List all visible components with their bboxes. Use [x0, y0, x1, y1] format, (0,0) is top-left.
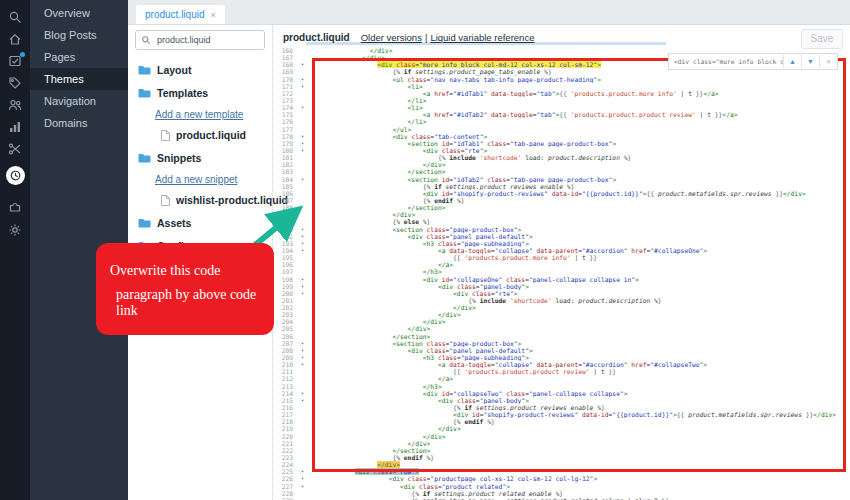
code-line[interactable]: 188 </section> — [273, 204, 850, 211]
code-line[interactable]: 182 </div> — [273, 161, 850, 168]
fold-arrow-icon[interactable]: ▾ — [296, 468, 309, 475]
sidebar-item-blog-posts[interactable]: Blog Posts — [30, 24, 128, 46]
find-next-icon[interactable]: ▼ — [801, 55, 819, 68]
code-line[interactable]: 193▾ <h3 class="page-subheading"> — [273, 240, 850, 247]
code-line[interactable]: 228 {% if settings.product_related_enabl… — [273, 490, 850, 497]
older-versions-link[interactable]: Older versions — [361, 32, 422, 43]
search-icon[interactable] — [0, 7, 30, 27]
fold-arrow-icon[interactable]: ▾ — [296, 226, 309, 233]
code-line[interactable]: 203 </div> — [273, 311, 850, 318]
code-area[interactable]: 166 </div>167 </div>168▾ <div class="mor… — [273, 47, 850, 500]
code-line[interactable]: 197 </h3> — [273, 268, 850, 275]
code-line[interactable]: 225▾ <div class="row"> — [273, 468, 850, 475]
fold-arrow-icon[interactable]: ▾ — [296, 140, 309, 147]
code-line[interactable]: 186 <div id="shopify-product-reviews" da… — [273, 190, 850, 197]
fold-arrow-icon[interactable]: ▾ — [296, 133, 309, 140]
tree-folder-snippets[interactable]: Snippets — [128, 146, 272, 169]
fold-arrow-icon[interactable]: ▾ — [296, 397, 309, 404]
code-line[interactable]: 201 {% include 'shortcode' load: product… — [273, 297, 850, 304]
code-line[interactable]: 227▾ <div class="product_related"> — [273, 483, 850, 490]
code-line[interactable]: 211 {{ 'products.product.product_review'… — [273, 368, 850, 375]
tree-link-add-a-new-snippet[interactable]: Add a new snippet — [128, 169, 272, 189]
home-icon[interactable] — [0, 29, 30, 49]
sidebar-item-themes[interactable]: Themes — [30, 68, 128, 90]
code-line[interactable]: 210▾ <a data-toggle="collapse" data-pare… — [273, 361, 850, 368]
code-line[interactable]: 214▾ <div id="collapseTwo" class="panel-… — [273, 390, 850, 397]
apps-icon[interactable] — [0, 196, 30, 216]
find-prev-icon[interactable]: ▲ — [783, 55, 801, 68]
fold-arrow-icon[interactable]: ▾ — [296, 240, 309, 247]
fold-arrow-icon[interactable]: ▾ — [296, 83, 309, 90]
code-line[interactable]: 177 </ul> — [273, 126, 850, 133]
liquid-reference-link[interactable]: Liquid variable reference — [430, 32, 534, 43]
fold-arrow-icon[interactable]: ▾ — [296, 61, 309, 68]
save-button[interactable]: Save — [801, 29, 843, 49]
code-line[interactable]: 190 {% else %} — [273, 218, 850, 225]
fold-arrow-icon[interactable]: ▾ — [296, 276, 309, 283]
settings-icon[interactable] — [0, 220, 30, 240]
code-line[interactable]: 184▾ <section id="idTab2" class="tab-pan… — [273, 176, 850, 183]
code-line[interactable]: 180▾ <div class="rte"> — [273, 147, 850, 154]
reports-icon[interactable] — [0, 117, 30, 137]
fold-arrow-icon[interactable]: ▾ — [296, 233, 309, 240]
fold-arrow-icon[interactable]: ▾ — [296, 340, 309, 347]
tab-product-liquid[interactable]: product.liquid× — [136, 5, 225, 24]
code-line[interactable]: 195 {{ 'products.product.more_info' | t … — [273, 254, 850, 261]
code-line[interactable]: 208▾ <div class="panel panel-default"> — [273, 347, 850, 354]
code-line[interactable]: 189 </div> — [273, 211, 850, 218]
code-line[interactable]: 187 {% endif %} — [273, 197, 850, 204]
sidebar-item-domains[interactable]: Domains — [30, 112, 128, 134]
sidebar-item-overview[interactable]: Overview — [30, 2, 128, 24]
code-line[interactable]: 215▾ <div class="panel-body"> — [273, 397, 850, 404]
find-query[interactable]: <div class="more_info_block col- — [669, 58, 783, 65]
fold-arrow-icon[interactable]: ▾ — [296, 176, 309, 183]
products-icon[interactable] — [0, 73, 30, 93]
fold-arrow-icon[interactable]: ▾ — [296, 390, 309, 397]
tree-folder-assets[interactable]: Assets — [128, 211, 272, 234]
code-line[interactable]: 178▾ <div class="tab-content"> — [273, 133, 850, 140]
code-line[interactable]: 174▾ <li> — [273, 104, 850, 111]
code-line[interactable]: 171▾ <li> — [273, 83, 850, 90]
fold-arrow-icon[interactable]: ▾ — [296, 347, 309, 354]
code-line[interactable]: 192▾ <div class="panel panel-default"> — [273, 233, 850, 240]
sidebar-item-navigation[interactable]: Navigation — [30, 90, 128, 112]
tree-folder-templates[interactable]: Templates — [128, 81, 272, 104]
code-line[interactable]: 206 </section> — [273, 333, 850, 340]
tab-close-icon[interactable]: × — [210, 10, 215, 20]
code-line[interactable]: 200▾ <div class="rte"> — [273, 290, 850, 297]
code-line[interactable]: 194▾ <a data-toggle="collapse" data-pare… — [273, 247, 850, 254]
file-search-box[interactable] — [135, 30, 265, 50]
code-line[interactable]: 176 </li> — [273, 118, 850, 125]
tree-link-add-a-new-template[interactable]: Add a new template — [128, 104, 272, 124]
code-line[interactable]: 219 </div> — [273, 425, 850, 432]
tree-file-wishlist-product-liquid[interactable]: wishlist-product.liquid — [128, 189, 272, 211]
code-line[interactable]: 202 </div> — [273, 304, 850, 311]
fold-arrow-icon[interactable]: ▾ — [296, 361, 309, 368]
fold-arrow-icon[interactable]: ▾ — [296, 76, 309, 83]
sidebar-item-pages[interactable]: Pages — [30, 46, 128, 68]
fold-arrow-icon[interactable]: ▾ — [296, 483, 309, 490]
code-line[interactable]: 175 <a href="#idTab2" data-toggle="tab">… — [273, 111, 850, 118]
fold-arrow-icon[interactable]: ▾ — [296, 147, 309, 154]
code-line[interactable]: 224 </div> — [273, 461, 850, 468]
code-line[interactable]: 205 </div> — [273, 325, 850, 332]
code-line[interactable]: 213 </h3> — [273, 383, 850, 390]
code-line[interactable]: 173 </li> — [273, 97, 850, 104]
code-line[interactable]: 207▾ <section class="page-product-box"> — [273, 340, 850, 347]
code-line[interactable]: 226▾ <div class="productpage col-xs-12 c… — [273, 475, 850, 482]
code-line[interactable]: 191▾ <section class="page-product-box"> — [273, 226, 850, 233]
code-line[interactable]: 209▾ <h3 class="page-subheading"> — [273, 354, 850, 361]
customers-icon[interactable] — [0, 95, 30, 115]
code-line[interactable]: 216 {% if settings.product_reviews_enabl… — [273, 404, 850, 411]
code-line[interactable]: 199▾ <div class="panel-body"> — [273, 283, 850, 290]
fold-arrow-icon[interactable]: ▾ — [296, 104, 309, 111]
history-icon[interactable] — [0, 165, 30, 185]
code-line[interactable]: 185 {% if settings.product_reviews_enabl… — [273, 183, 850, 190]
fold-arrow-icon[interactable]: ▾ — [296, 475, 309, 482]
fold-arrow-icon[interactable]: ▾ — [296, 283, 309, 290]
code-line[interactable]: 170▾ <ul class="nav nav-tabs tab-info pa… — [273, 76, 850, 83]
code-line[interactable]: 172 <a href="#idTab1" data-toggle="tab">… — [273, 90, 850, 97]
fold-arrow-icon[interactable]: ▾ — [296, 247, 309, 254]
tree-folder-layout[interactable]: Layout — [128, 58, 272, 81]
code-line[interactable]: 222 </section> — [273, 447, 850, 454]
